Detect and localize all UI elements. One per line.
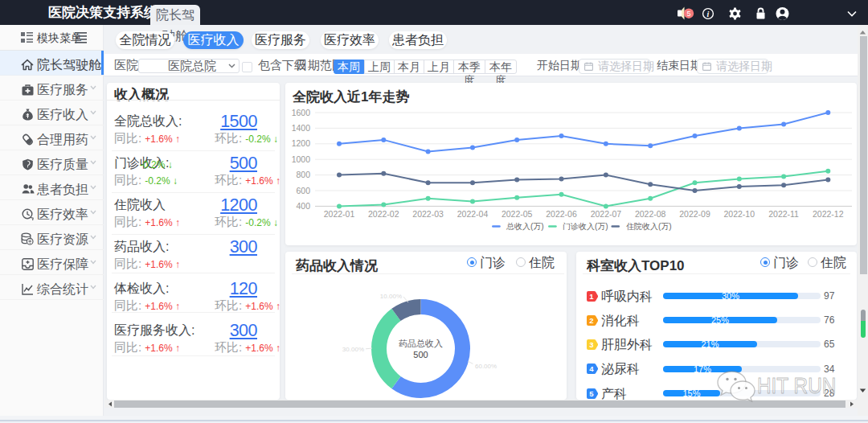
svg-text:药品总收入: 药品总收入 [399, 339, 443, 348]
svg-text:住院收入(万): 住院收入(万) [626, 222, 672, 231]
svg-text:60.00%: 60.00% [475, 363, 497, 370]
svg-text:门诊收入(万): 门诊收入(万) [563, 222, 608, 231]
svg-text:400: 400 [296, 201, 310, 211]
svg-text:1400: 1400 [292, 123, 311, 133]
svg-text:2022-05: 2022-05 [502, 209, 533, 219]
svg-text:3: 3 [589, 340, 593, 349]
svg-text:2022-01: 2022-01 [324, 209, 355, 219]
svg-text:5: 5 [686, 10, 690, 18]
svg-text:i: i [707, 10, 710, 18]
svg-text:2022-07: 2022-07 [591, 209, 622, 219]
svg-text:2022-02: 2022-02 [368, 209, 399, 219]
svg-text:5: 5 [589, 389, 594, 398]
svg-text:800: 800 [296, 170, 310, 179]
svg-text:2022-04: 2022-04 [457, 209, 489, 219]
svg-text:4: 4 [589, 364, 594, 373]
svg-text:30.00%: 30.00% [342, 346, 364, 353]
svg-text:2022-11: 2022-11 [768, 209, 799, 219]
svg-text:1600: 1600 [292, 108, 311, 117]
svg-text:500: 500 [413, 350, 428, 359]
svg-text:2022-06: 2022-06 [546, 209, 577, 219]
svg-text:10.00%: 10.00% [380, 293, 402, 300]
svg-text:2022-03: 2022-03 [412, 209, 444, 219]
svg-text:2022-12: 2022-12 [813, 209, 844, 219]
svg-text:2: 2 [589, 316, 593, 325]
svg-text:1200: 1200 [292, 138, 311, 148]
svg-text:2022-10: 2022-10 [724, 209, 755, 219]
svg-text:600: 600 [296, 186, 310, 195]
svg-text:1: 1 [589, 292, 594, 301]
svg-text:2022-08: 2022-08 [635, 209, 666, 219]
svg-text:1000: 1000 [292, 154, 311, 164]
svg-text:2022-09: 2022-09 [679, 209, 710, 219]
svg-text:总收入(万): 总收入(万) [506, 222, 544, 231]
